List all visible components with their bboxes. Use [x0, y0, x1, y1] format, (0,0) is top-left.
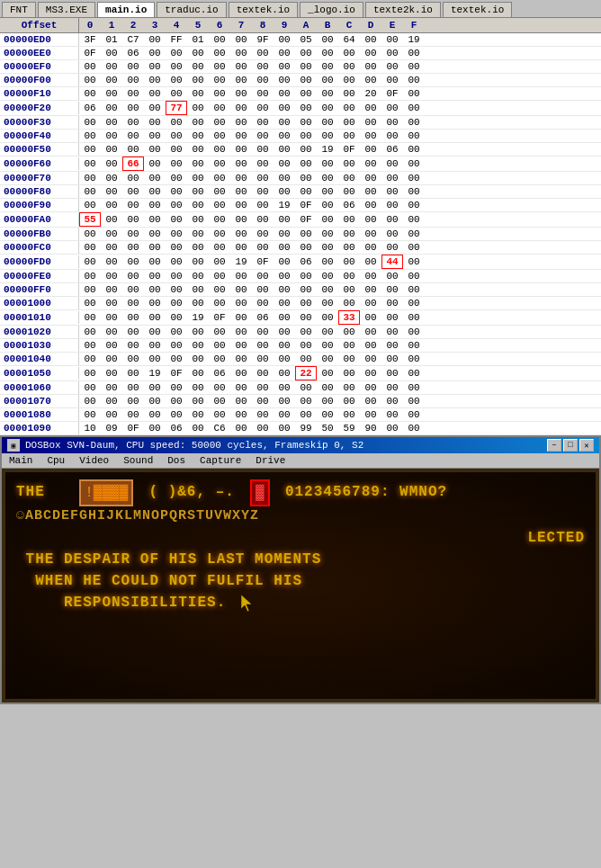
hex-cell[interactable]: 00 [360, 185, 381, 198]
hex-cell[interactable]: 00 [79, 157, 101, 170]
hex-cell[interactable]: 20 [360, 87, 381, 100]
hex-cell[interactable]: 00 [166, 228, 187, 240]
hex-cell[interactable]: 00 [360, 283, 381, 296]
hex-cell[interactable]: 00 [144, 116, 166, 129]
hex-cell[interactable]: 00 [230, 381, 252, 394]
hex-cell[interactable]: 00 [317, 130, 338, 142]
hex-cell[interactable]: 00 [209, 102, 230, 114]
hex-cell[interactable]: 06 [79, 102, 101, 114]
hex-cell[interactable]: 19 [187, 311, 209, 324]
hex-cell[interactable]: 00 [209, 270, 230, 282]
hex-cell[interactable]: 00 [230, 353, 252, 365]
hex-cell[interactable]: 00 [252, 395, 274, 407]
hex-cell[interactable]: 00 [122, 87, 144, 100]
hex-cell[interactable]: 00 [338, 326, 360, 338]
hex-cell[interactable]: 00 [144, 255, 166, 268]
hex-cell[interactable]: 00 [101, 311, 122, 324]
tab-main-io[interactable]: main.io [97, 2, 155, 17]
hex-cell[interactable]: 00 [295, 283, 317, 296]
hex-cell[interactable]: 00 [403, 297, 425, 309]
hex-cell[interactable]: 00 [166, 143, 187, 156]
hex-cell[interactable]: 00 [79, 255, 101, 268]
hex-cell[interactable]: 00 [274, 185, 295, 198]
hex-cell[interactable]: 00 [381, 157, 403, 170]
hex-cell[interactable]: 00 [166, 116, 187, 129]
hex-cell[interactable]: 00 [381, 367, 403, 380]
hex-cell[interactable]: 00 [274, 283, 295, 296]
dosbox-menu-drive[interactable]: Drive [252, 454, 289, 467]
hex-cell[interactable]: 00 [79, 270, 101, 282]
hex-cell[interactable]: 00 [122, 130, 144, 142]
hex-cell[interactable]: 00 [338, 130, 360, 142]
hex-cell[interactable]: 00 [295, 74, 317, 86]
hex-cell[interactable]: 00 [317, 116, 338, 129]
hex-cell[interactable]: 00 [360, 143, 381, 156]
hex-cell[interactable]: 00 [209, 60, 230, 73]
hex-cell[interactable]: 00 [101, 172, 122, 184]
hex-cell[interactable]: 00 [274, 213, 295, 226]
hex-cell[interactable]: 00 [403, 102, 425, 114]
hex-cell[interactable]: 00 [122, 270, 144, 282]
hex-cell[interactable]: 01 [101, 33, 122, 46]
hex-cell[interactable]: 00 [166, 353, 187, 365]
dosbox-menu-dos[interactable]: Dos [164, 454, 189, 467]
hex-cell[interactable]: 00 [360, 367, 381, 380]
hex-cell[interactable]: 00 [274, 60, 295, 73]
hex-cell[interactable]: 00 [317, 87, 338, 100]
hex-cell[interactable]: 90 [360, 422, 381, 434]
hex-cell[interactable]: 00 [230, 116, 252, 129]
hex-cell[interactable]: 00 [274, 47, 295, 59]
hex-cell[interactable]: 00 [403, 172, 425, 184]
hex-cell[interactable]: 00 [381, 60, 403, 73]
hex-cell[interactable]: 00 [381, 185, 403, 198]
hex-cell[interactable]: 00 [144, 339, 166, 352]
hex-cell[interactable]: 00 [79, 241, 101, 254]
hex-cell[interactable]: 19 [144, 367, 166, 380]
tab-texte2k-io[interactable]: texte2k.io [365, 2, 441, 17]
hex-cell[interactable]: 00 [209, 381, 230, 394]
hex-cell[interactable]: 00 [166, 408, 187, 421]
hex-cell[interactable]: 00 [209, 74, 230, 86]
hex-cell[interactable]: 9F [252, 33, 274, 46]
hex-cell[interactable]: 00 [381, 241, 403, 254]
hex-cell[interactable]: 00 [79, 199, 101, 211]
hex-cell[interactable]: 00 [274, 422, 295, 434]
hex-cell[interactable]: 00 [295, 157, 317, 170]
hex-cell[interactable]: 00 [317, 270, 338, 282]
hex-cell[interactable]: 00 [252, 143, 274, 156]
hex-cell[interactable]: 00 [101, 367, 122, 380]
hex-cell[interactable]: 09 [101, 422, 122, 434]
hex-cell[interactable]: 00 [317, 199, 338, 211]
dosbox-menu-capture[interactable]: Capture [196, 454, 245, 467]
hex-cell[interactable]: 00 [338, 367, 360, 380]
hex-cell[interactable]: 00 [144, 74, 166, 86]
hex-cell[interactable]: 00 [381, 353, 403, 365]
hex-cell[interactable]: 00 [79, 311, 101, 324]
hex-cell[interactable]: 00 [101, 283, 122, 296]
hex-cell[interactable]: 00 [403, 116, 425, 129]
hex-cell[interactable]: 00 [274, 297, 295, 309]
hex-cell[interactable]: 00 [187, 255, 209, 268]
hex-cell[interactable]: 00 [187, 353, 209, 365]
dosbox-menu-video[interactable]: Video [76, 454, 112, 467]
hex-cell[interactable]: 00 [101, 228, 122, 240]
hex-cell[interactable]: 00 [166, 199, 187, 211]
hex-cell[interactable]: 06 [252, 311, 274, 324]
dos-cursor-box[interactable]: ▓ [250, 479, 270, 506]
hex-cell[interactable]: 00 [403, 311, 425, 324]
hex-cell[interactable]: 00 [274, 172, 295, 184]
hex-cell[interactable]: 00 [274, 87, 295, 100]
hex-cell[interactable]: 00 [360, 297, 381, 309]
hex-cell[interactable]: 00 [187, 422, 209, 434]
hex-cell[interactable]: 00 [122, 228, 144, 240]
hex-cell[interactable]: 00 [360, 381, 381, 394]
hex-cell[interactable]: 00 [101, 116, 122, 129]
hex-cell[interactable]: 06 [209, 367, 230, 380]
hex-cell[interactable]: 00 [252, 326, 274, 338]
hex-cell[interactable]: 66 [122, 157, 144, 171]
hex-cell[interactable]: 00 [122, 367, 144, 380]
hex-cell[interactable]: 00 [187, 270, 209, 282]
hex-cell[interactable]: 00 [187, 241, 209, 254]
hex-cell[interactable]: 00 [79, 381, 101, 394]
hex-cell[interactable]: 00 [187, 283, 209, 296]
